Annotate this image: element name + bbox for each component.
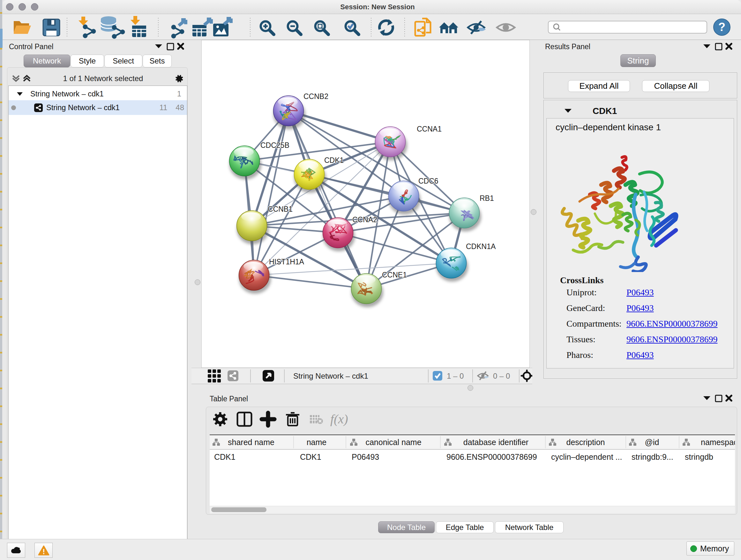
svg-text:stringdb:9...: stringdb:9...	[631, 452, 673, 461]
svg-text:HIST1H1A: HIST1H1A	[269, 258, 305, 266]
svg-text:description: description	[566, 438, 605, 447]
svg-text:CDC25B: CDC25B	[260, 141, 289, 149]
svg-text:database identifier: database identifier	[463, 438, 529, 447]
svg-text:cyclin–dependent ...: cyclin–dependent ...	[551, 452, 622, 461]
svg-text:CDKN1A: CDKN1A	[466, 242, 496, 251]
svg-text:CCNA1: CCNA1	[417, 125, 442, 133]
svg-text:CCNB2: CCNB2	[304, 92, 328, 101]
svg-text:canonical name: canonical name	[365, 438, 421, 447]
svg-text:stringdb: stringdb	[685, 452, 713, 461]
svg-text:CDK1: CDK1	[300, 452, 321, 461]
svg-text:RB1: RB1	[480, 194, 494, 202]
svg-text:CCNA2: CCNA2	[352, 215, 377, 224]
svg-text:9606.ENSP00000378699: 9606.ENSP00000378699	[447, 452, 537, 461]
svg-text:0 – 0: 0 – 0	[493, 372, 510, 380]
svg-text:shared name: shared name	[228, 438, 274, 447]
svg-text:CDK1: CDK1	[324, 156, 344, 165]
svg-text:namespace: namespace	[701, 438, 735, 447]
svg-text:P06493: P06493	[352, 452, 379, 461]
svg-text:CDK1: CDK1	[214, 452, 235, 461]
svg-text:f(x): f(x)	[330, 412, 348, 426]
svg-text:1 – 0: 1 – 0	[447, 372, 464, 380]
svg-text:?: ?	[718, 20, 725, 34]
svg-text:String Network – cdk1: String Network – cdk1	[293, 372, 368, 380]
svg-text:CDC6: CDC6	[418, 177, 439, 185]
svg-text:@id: @id	[645, 438, 659, 447]
svg-text:CCNB1: CCNB1	[268, 205, 293, 213]
svg-text:CCNE1: CCNE1	[382, 271, 407, 279]
svg-text:name: name	[307, 438, 327, 447]
